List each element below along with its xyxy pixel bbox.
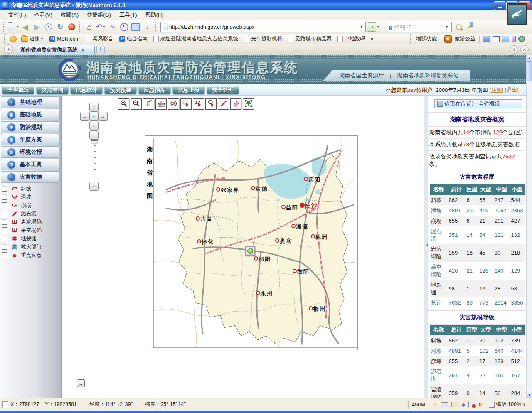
zoom-dropdown-icon[interactable]: ▼: [522, 403, 526, 407]
nav-tab-overview[interactable]: 全省概况: [2, 86, 34, 95]
nav-tab-stats[interactable]: 信息统计: [70, 86, 103, 95]
history-button[interactable]: [119, 22, 130, 32]
enhance-features-button[interactable]: 增强功能: [416, 35, 437, 42]
zoom-slider-handle[interactable]: [91, 140, 98, 144]
measure-distance-tool-button[interactable]: ?: [155, 98, 167, 110]
google-logo-icon[interactable]: g: [389, 24, 392, 30]
layer-checkbox-landslide[interactable]: [2, 194, 7, 200]
menu-groups[interactable]: 快捷组(G): [83, 10, 115, 20]
tab-list-close-button[interactable]: ✕: [520, 45, 529, 54]
sidebar-item-prevention-plan[interactable]: ⊕防治规划: [1, 121, 60, 133]
new-tab-button[interactable]: ✛: [96, 46, 105, 53]
pan-down-button[interactable]: ↓: [89, 121, 99, 130]
menu-file[interactable]: 文件(F): [4, 10, 30, 20]
zoom-in-tool-button[interactable]: [118, 98, 129, 110]
capture-button[interactable]: [131, 22, 141, 32]
link-hunan-disaster-site[interactable]: 欢迎登陆湖南省地质灾害信息系统: [153, 35, 239, 42]
pan-center-button[interactable]: ✛: [89, 112, 99, 121]
sidebar-item-disaster-data[interactable]: ◔灾害数据: [1, 171, 60, 183]
link-milu-city[interactable]: 觅路城市精品网: [288, 35, 332, 42]
address-dropdown-icon[interactable]: ▼: [359, 25, 365, 29]
tab-tools-button[interactable]: ⚙: [510, 45, 518, 54]
eraser-tool-button[interactable]: [230, 98, 241, 110]
back-button[interactable]: ◀: [20, 22, 31, 32]
new-page-button[interactable]: ▼: [8, 22, 19, 32]
pan-up-button[interactable]: ↑: [89, 103, 99, 112]
layer-checkbox-ground-crack[interactable]: [2, 236, 7, 241]
stop-button[interactable]: ✕: [66, 22, 77, 32]
layer-checkbox-debris-flow[interactable]: [2, 211, 7, 216]
favorites-shield-icon[interactable]: [10, 36, 17, 42]
toolbar-grip[interactable]: [3, 22, 6, 32]
nav-tab-query[interactable]: 灾点查询: [36, 86, 69, 95]
undo-button[interactable]: ↶▼: [96, 22, 106, 32]
new-page-dropdown-icon[interactable]: ▼: [16, 25, 19, 29]
sidebar-item-geo-base[interactable]: »基础地理: [1, 96, 60, 108]
user-icon[interactable]: [483, 36, 490, 42]
sidebar-item-env-bulletin[interactable]: ▥环境公报: [1, 146, 60, 158]
snapshot-icon[interactable]: [451, 402, 458, 407]
pan-left-button[interactable]: ←: [80, 112, 89, 121]
tab-active[interactable]: 湖南省地质灾害信息系统 ✕: [17, 45, 95, 55]
full-extent-tool-button[interactable]: [243, 98, 254, 110]
breadcrumb-current[interactable]: 全省概况: [478, 100, 500, 108]
pen-icon[interactable]: [512, 36, 516, 42]
exit-link[interactable]: [退出]: [505, 86, 519, 94]
layer-checkbox-collapse[interactable]: [2, 202, 7, 208]
toolbar-grip[interactable]: [4, 34, 7, 44]
map-canvas[interactable]: 张家界常德岳阳益阳长沙吉首湘潭株洲怀化娄底邵阳衡阳永州郴州 ✛ +: [153, 138, 357, 348]
draw-point-tool-button[interactable]: [218, 98, 229, 110]
toolbar-grip[interactable]: [410, 34, 413, 44]
menu-help[interactable]: 帮助(H): [141, 10, 168, 20]
zoom-out-tool-button[interactable]: [131, 98, 142, 110]
favorites-star-button[interactable]: ★: [4, 44, 13, 54]
nav-tab-report[interactable]: 信息上报: [172, 86, 205, 95]
toolbar-grip[interactable]: [155, 22, 158, 32]
nav-tab-security[interactable]: 安全管理: [207, 86, 239, 95]
go-button[interactable]: ➔: [367, 22, 376, 32]
plugin-icon[interactable]: ◆: [461, 402, 465, 408]
resize-icon[interactable]: [489, 402, 495, 408]
sidebar-item-geology-base[interactable]: ▣基础地质: [1, 109, 60, 120]
tab-close-icon[interactable]: ✕: [81, 47, 85, 53]
zoom-out-step-button[interactable]: −: [89, 130, 99, 140]
layer-checkbox-karst-collapse[interactable]: [2, 219, 7, 225]
select-rectangle-tool-button[interactable]: [180, 98, 192, 110]
address-bar[interactable]: http://dzzh.hndh.gov.cn/gridweb.aspx ▼: [160, 22, 366, 32]
go-dropdown-icon[interactable]: ▼: [377, 25, 380, 29]
logout-link[interactable]: [注销]: [490, 86, 503, 94]
locate-marker-button[interactable]: +: [245, 246, 255, 256]
magic-fill-button[interactable]: ✎: [107, 22, 118, 32]
sidebar-item-annual-plan[interactable]: ▤年度方案: [1, 134, 60, 145]
zoom-slider[interactable]: [92, 140, 96, 181]
link-photo-studio[interactable]: 光年摄影机构: [244, 35, 282, 42]
scroll-down-button[interactable]: ▼: [527, 392, 532, 398]
printer-icon[interactable]: [441, 402, 448, 407]
window-icon[interactable]: [493, 36, 500, 42]
refresh-button[interactable]: ↻: [55, 22, 66, 32]
menu-tools[interactable]: 工具(T): [115, 10, 141, 20]
search-box[interactable]: g Google ▼: [387, 22, 452, 32]
undo-dropdown-icon[interactable]: ▼: [103, 25, 106, 29]
forward-button[interactable]: ▶: [32, 22, 42, 32]
toolbar-grip[interactable]: [382, 22, 384, 32]
maxthon-charity-button[interactable]: 傲游公益: [455, 35, 475, 42]
pan-right-button[interactable]: →: [99, 112, 108, 121]
zoom-level[interactable]: 缩放:100%: [496, 401, 521, 408]
select-polygon-tool-button[interactable]: [193, 98, 204, 110]
address-url[interactable]: http://dzzh.hndh.gov.cn/gridweb.aspx: [169, 24, 359, 30]
zoom-in-step-button[interactable]: +: [89, 182, 99, 191]
link-radio-guide[interactable]: M电台指南: [119, 35, 148, 42]
scrollbar-thumb[interactable]: [527, 61, 532, 81]
charity-icon[interactable]: [444, 35, 452, 43]
link-zhongdi-digital[interactable]: 中地数码: [337, 35, 365, 42]
layer-checkbox-rescue-dept[interactable]: [2, 244, 7, 250]
nav-tab-emergency[interactable]: 应急指挥: [138, 86, 171, 95]
sidebar-item-basic-tools[interactable]: ⊞基本工具: [1, 159, 60, 170]
org-link-land-resources[interactable]: 湖南省国土资源厅: [339, 72, 384, 79]
maxthon-bird-logo[interactable]: [507, 3, 527, 25]
org-link-geo-monitoring[interactable]: 湖南省地质环境监测总站: [397, 72, 459, 79]
page-scrollbar[interactable]: ▲ ▼: [526, 55, 532, 398]
notes-icon[interactable]: [502, 36, 509, 42]
pan-tool-button[interactable]: [143, 98, 154, 110]
